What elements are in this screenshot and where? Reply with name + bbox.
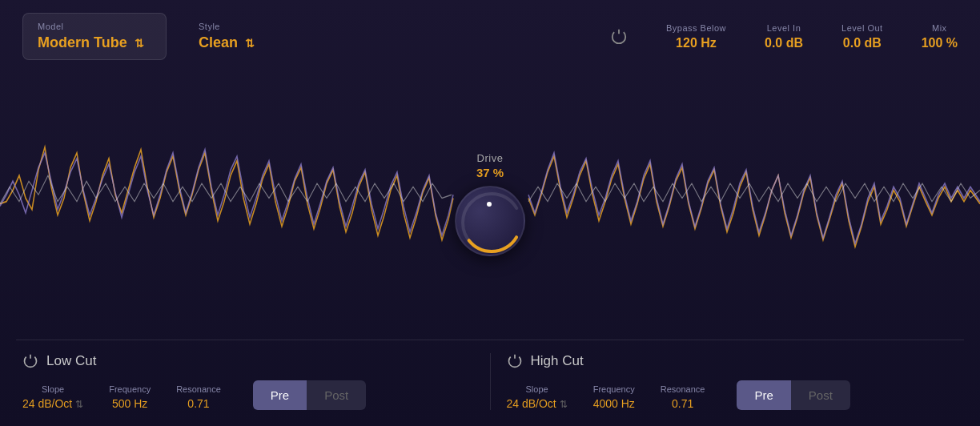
low-cut-post-button[interactable]: Post [307,380,366,410]
low-cut-slope-value[interactable]: 24 dB/Oct ⇅ [22,397,83,410]
high-cut-title: High Cut [531,353,584,369]
high-cut-resonance-label: Resonance [661,384,705,394]
low-cut-resonance-label: Resonance [176,384,221,394]
drive-knob-arc [456,187,527,258]
low-cut-panel: Low Cut Slope 24 dB/Oct ⇅ Frequency 500 … [22,353,474,410]
level-out-param: Level Out 0.0 dB [841,23,883,50]
bypass-below-param: Bypass Below 120 Hz [666,23,726,50]
bypass-power-icon[interactable] [610,28,628,46]
high-cut-pre-post: Pre Post [737,380,849,410]
model-arrow-icon: ⇅ [135,37,144,50]
high-cut-panel: High Cut Slope 24 dB/Oct ⇅ Frequency 400… [507,353,958,410]
high-cut-slope: Slope 24 dB/Oct ⇅ [507,384,568,410]
high-cut-title-row: High Cut [507,353,958,369]
bottom-section: Low Cut Slope 24 dB/Oct ⇅ Frequency 500 … [0,340,980,426]
drive-knob-area: Drive 37 % [455,152,525,256]
low-cut-pre-post: Pre Post [253,380,366,410]
high-cut-slope-label: Slope [526,384,548,394]
level-out-value[interactable]: 0.0 dB [841,36,883,50]
drive-knob[interactable] [455,186,525,256]
high-cut-post-button[interactable]: Post [791,380,850,410]
low-cut-slope-label: Slope [42,384,64,394]
high-cut-params: Slope 24 dB/Oct ⇅ Frequency 4000 Hz Reso… [507,380,958,410]
level-in-param: Level In 0.0 dB [765,23,803,50]
low-cut-freq-value[interactable]: 500 Hz [112,397,147,410]
high-cut-power-icon[interactable] [507,353,523,369]
top-right-controls: Bypass Below 120 Hz Level In 0.0 dB Leve… [610,23,958,50]
drive-value: 37 % [476,166,504,179]
high-cut-freq: Frequency 4000 Hz [593,384,635,410]
level-in-value[interactable]: 0.0 dB [765,36,803,50]
high-cut-resonance: Resonance 0.71 [661,384,705,410]
low-cut-power-icon[interactable] [22,353,38,369]
model-label: Model [38,22,151,31]
low-cut-resonance-value[interactable]: 0.71 [187,397,209,410]
high-cut-freq-label: Frequency [593,384,635,394]
low-cut-title: Low Cut [46,353,96,369]
mix-param: Mix 100 % [922,23,958,50]
high-cut-pre-button[interactable]: Pre [737,380,790,410]
high-cut-slope-value[interactable]: 24 dB/Oct ⇅ [507,397,568,410]
bypass-value[interactable]: 120 Hz [666,36,726,50]
style-label: Style [199,22,255,31]
low-cut-freq: Frequency 500 Hz [109,384,151,410]
level-out-label: Level Out [841,23,883,33]
app-container: Model Modern Tube ⇅ Style Clean ⇅ Bypass… [0,0,980,426]
waveform-section: Drive 37 % [0,68,980,340]
low-cut-title-row: Low Cut [22,353,474,369]
model-selector[interactable]: Model Modern Tube ⇅ [22,13,167,60]
low-cut-resonance: Resonance 0.71 [176,384,221,410]
high-cut-freq-value[interactable]: 4000 Hz [593,397,635,410]
low-cut-slope: Slope 24 dB/Oct ⇅ [22,384,83,410]
low-cut-pre-button[interactable]: Pre [253,380,307,410]
bypass-label: Bypass Below [666,23,726,33]
mix-label: Mix [922,23,958,33]
mix-value[interactable]: 100 % [922,36,958,50]
model-value[interactable]: Modern Tube ⇅ [38,34,151,51]
high-cut-resonance-value[interactable]: 0.71 [672,397,693,410]
level-in-label: Level In [765,23,803,33]
low-cut-params: Slope 24 dB/Oct ⇅ Frequency 500 Hz Reson… [22,380,474,410]
drive-label: Drive [477,152,504,164]
low-cut-freq-label: Frequency [109,384,151,394]
panel-separator [490,353,491,410]
style-value[interactable]: Clean ⇅ [199,34,255,51]
knob-indicator [487,202,492,207]
style-arrow-icon: ⇅ [245,37,255,50]
top-bar: Model Modern Tube ⇅ Style Clean ⇅ Bypass… [0,0,980,68]
style-selector[interactable]: Style Clean ⇅ [199,14,255,59]
